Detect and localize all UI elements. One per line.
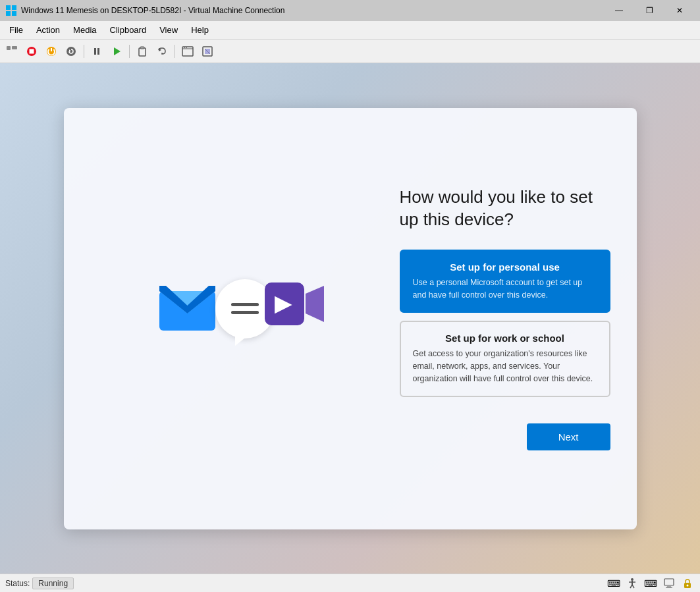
illustration-area: ▶ <box>90 253 387 385</box>
enhance-button[interactable] <box>198 42 217 61</box>
svg-line-34 <box>632 585 634 588</box>
status-label: Status: <box>5 579 30 588</box>
svg-rect-0 <box>6 5 11 10</box>
menu-action[interactable]: Action <box>30 22 67 38</box>
menu-media[interactable]: Media <box>67 22 103 38</box>
work-school-option[interactable]: Set up for work or school Get access to … <box>400 321 610 396</box>
chat-line-1 <box>231 303 259 306</box>
lock-icon[interactable] <box>680 576 695 591</box>
personal-use-title: Set up for personal use <box>413 261 597 273</box>
svg-rect-12 <box>97 48 99 55</box>
menu-clipboard[interactable]: Clipboard <box>103 22 153 38</box>
status-left: Status: Running <box>5 578 74 589</box>
monitor-icon[interactable] <box>662 576 676 591</box>
svg-rect-15 <box>140 47 144 49</box>
stop-button[interactable] <box>22 42 41 61</box>
title-bar: Windows 11 Memesis on DESKTOP-5LD582I - … <box>0 0 700 21</box>
pause-button[interactable] <box>88 42 106 61</box>
svg-text:▶: ▶ <box>275 292 292 315</box>
content-area: How would you like to set up this device… <box>387 186 610 450</box>
next-button[interactable]: Next <box>527 423 610 450</box>
svg-rect-2 <box>6 11 11 16</box>
svg-rect-4 <box>7 46 11 50</box>
svg-marker-13 <box>114 47 121 55</box>
vm-content-area: ▶ How would you like to set up this devi… <box>0 63 700 574</box>
status-right: ⌨ ⌨ <box>606 576 695 591</box>
chat-lines <box>231 303 259 314</box>
menu-help[interactable]: Help <box>184 22 215 38</box>
reset-button[interactable] <box>62 42 80 61</box>
ctrl-alt-del-button[interactable] <box>3 42 21 61</box>
work-school-desc: Get access to your organization's resour… <box>413 348 597 385</box>
clipboard-button[interactable] <box>133 42 151 61</box>
accessibility-icon[interactable] <box>625 576 639 591</box>
illustration-container: ▶ <box>146 253 331 385</box>
minimize-button[interactable]: — <box>604 0 634 21</box>
chat-line-2 <box>231 311 259 314</box>
settings-button[interactable] <box>178 42 197 61</box>
power-button[interactable] <box>42 42 61 61</box>
svg-rect-35 <box>664 579 674 585</box>
status-value: Running <box>32 578 74 589</box>
personal-use-option[interactable]: Set up for personal use Use a personal M… <box>400 250 610 313</box>
svg-point-30 <box>631 578 633 581</box>
menu-bar: File Action Media Clipboard View Help <box>0 21 700 40</box>
keyboard2-icon[interactable]: ⌨ <box>643 576 658 591</box>
svg-marker-28 <box>306 286 324 322</box>
svg-rect-7 <box>30 49 34 53</box>
svg-rect-1 <box>12 5 16 10</box>
menu-file[interactable]: File <box>3 22 30 38</box>
window-controls: — ❐ ✕ <box>604 0 695 21</box>
menu-view[interactable]: View <box>153 22 184 38</box>
window-title: Windows 11 Memesis on DESKTOP-5LD582I - … <box>21 6 604 15</box>
svg-rect-14 <box>139 48 146 56</box>
svg-rect-5 <box>12 46 17 49</box>
vm-window: Windows 11 Memesis on DESKTOP-5LD582I - … <box>0 0 700 592</box>
window-icon <box>5 5 17 16</box>
status-bar: Status: Running ⌨ ⌨ <box>0 574 700 592</box>
svg-point-20 <box>186 47 187 48</box>
svg-line-33 <box>630 585 632 588</box>
resume-button[interactable] <box>107 42 126 61</box>
mail-icon <box>159 286 215 331</box>
toolbar <box>0 40 700 63</box>
restore-button[interactable]: ❐ <box>634 0 664 21</box>
svg-rect-11 <box>94 48 96 55</box>
setup-card: ▶ How would you like to set up this devi… <box>64 108 637 529</box>
video-icon: ▶ <box>265 279 324 329</box>
personal-use-desc: Use a personal Microsoft account to get … <box>413 277 597 302</box>
keyboard-icon[interactable]: ⌨ <box>606 576 621 591</box>
svg-rect-3 <box>12 11 16 16</box>
svg-point-39 <box>687 584 689 586</box>
svg-point-19 <box>184 47 185 48</box>
svg-rect-17 <box>182 47 193 56</box>
setup-title: How would you like to set up this device… <box>400 186 610 231</box>
separator-2 <box>129 45 130 58</box>
close-button[interactable]: ✕ <box>664 0 695 21</box>
separator-1 <box>84 45 84 58</box>
separator-3 <box>175 45 175 58</box>
work-school-title: Set up for work or school <box>413 333 597 344</box>
undo-button[interactable] <box>153 42 171 61</box>
